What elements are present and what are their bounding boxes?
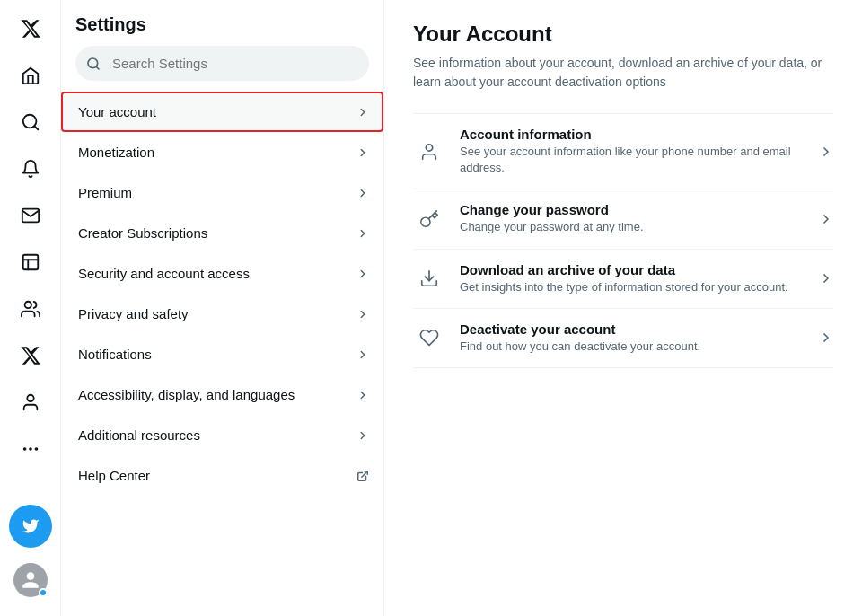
sidebar-item-security[interactable]: Security and account access: [61, 253, 383, 294]
option-description: See your account information like your p…: [460, 144, 819, 176]
left-navigation: [0, 0, 61, 616]
sidebar-item-accessibility[interactable]: Accessibility, display, and languages: [61, 374, 383, 415]
option-chevron-icon: [819, 271, 833, 286]
sidebar-item-label: Help Center: [78, 468, 150, 483]
option-name: Change your password: [460, 202, 819, 217]
chevron-right-icon: [356, 429, 369, 442]
sidebar-item-label: Monetization: [78, 145, 154, 160]
option-chevron-icon: [819, 330, 833, 345]
sidebar-item-privacy[interactable]: Privacy and safety: [61, 294, 383, 334]
sidebar-item-label: Security and account access: [78, 266, 250, 281]
option-name: Download an archive of your data: [460, 262, 819, 277]
explore-icon[interactable]: [9, 101, 52, 144]
chevron-right-icon: [356, 187, 369, 199]
sidebar-item-label: Creator Subscriptions: [78, 225, 207, 241]
post-button[interactable]: [9, 505, 52, 548]
chevron-right-icon: [356, 308, 369, 321]
notifications-nav-icon[interactable]: [9, 147, 52, 190]
svg-point-8: [29, 447, 32, 451]
sidebar-item-label: Your account: [78, 104, 156, 119]
user-avatar[interactable]: [9, 559, 52, 602]
main-content: Your Account See information about your …: [384, 0, 862, 616]
chevron-right-icon: [356, 106, 369, 119]
person-icon: [413, 136, 445, 168]
external-arrow-icon: [356, 470, 369, 482]
option-description: Change your password at any time.: [460, 219, 819, 235]
option-left: Download an archive of your data Get ins…: [413, 262, 819, 295]
chevron-right-icon: [356, 146, 369, 159]
option-item-change-password[interactable]: Change your password Change your passwor…: [413, 189, 833, 249]
page-description: See information about your account, down…: [413, 54, 833, 92]
home-icon[interactable]: [9, 54, 52, 97]
x-logo-icon[interactable]: [9, 7, 52, 50]
sidebar-item-label: Premium: [78, 185, 132, 200]
search-input[interactable]: [75, 46, 369, 81]
download-icon: [413, 262, 445, 295]
sidebar-item-creator-subscriptions[interactable]: Creator Subscriptions: [61, 213, 383, 253]
communities-icon[interactable]: [9, 287, 52, 330]
option-chevron-icon: [819, 212, 833, 226]
search-icon: [86, 57, 101, 71]
sidebar-item-monetization[interactable]: Monetization: [61, 132, 383, 172]
sidebar-item-label: Notifications: [78, 347, 152, 362]
more-icon[interactable]: [9, 427, 52, 471]
option-left: Deactivate your account Find out how you…: [413, 321, 819, 355]
messages-icon[interactable]: [9, 194, 52, 237]
sidebar-item-additional[interactable]: Additional resources: [61, 415, 383, 455]
sidebar-item-your-account[interactable]: Your account: [61, 92, 383, 132]
sidebar-item-label: Additional resources: [78, 427, 200, 443]
avatar-image: [13, 563, 48, 597]
sidebar-item-premium[interactable]: Premium: [61, 172, 383, 213]
sidebar-item-notifications[interactable]: Notifications: [61, 334, 383, 374]
x-premium-nav-icon[interactable]: [9, 334, 52, 377]
heart-icon: [413, 321, 445, 354]
option-item-account-info[interactable]: Account information See your account inf…: [413, 113, 833, 189]
svg-point-13: [426, 144, 432, 150]
settings-menu: Your accountMonetizationPremiumCreator S…: [61, 92, 383, 496]
chevron-right-icon: [356, 268, 369, 280]
svg-point-5: [24, 302, 31, 308]
settings-title: Settings: [61, 0, 383, 46]
option-item-download-archive[interactable]: Download an archive of your data Get ins…: [413, 250, 833, 309]
profile-nav-icon[interactable]: [9, 381, 52, 424]
option-item-deactivate[interactable]: Deactivate your account Find out how you…: [413, 309, 833, 368]
svg-rect-2: [22, 255, 38, 270]
avatar-status-dot: [39, 588, 48, 597]
option-left: Account information See your account inf…: [413, 127, 819, 176]
option-description: Get insights into the type of informatio…: [460, 279, 819, 295]
key-icon: [413, 203, 445, 235]
option-chevron-icon: [819, 145, 833, 159]
option-left: Change your password Change your passwor…: [413, 202, 819, 235]
options-list: Account information See your account inf…: [413, 113, 833, 368]
option-name: Deactivate your account: [460, 321, 819, 337]
sidebar-item-label: Accessibility, display, and languages: [78, 387, 295, 402]
sidebar-item-label: Privacy and safety: [78, 306, 189, 321]
option-description: Find out how you can deactivate your acc…: [460, 339, 819, 355]
settings-sidebar: Settings Your accountMonetizationPremium…: [61, 0, 384, 616]
svg-point-6: [27, 395, 33, 401]
chevron-right-icon: [356, 348, 369, 361]
svg-point-9: [34, 447, 38, 451]
svg-point-7: [22, 447, 26, 451]
chevron-right-icon: [356, 389, 369, 401]
svg-line-1: [34, 126, 38, 129]
svg-line-12: [362, 471, 367, 476]
option-name: Account information: [460, 127, 819, 142]
bookmarks-icon[interactable]: [9, 241, 52, 284]
page-title: Your Account: [413, 22, 833, 47]
sidebar-item-help[interactable]: Help Center: [61, 455, 383, 496]
svg-line-11: [96, 66, 99, 69]
search-box: [75, 46, 369, 81]
chevron-right-icon: [356, 227, 369, 240]
